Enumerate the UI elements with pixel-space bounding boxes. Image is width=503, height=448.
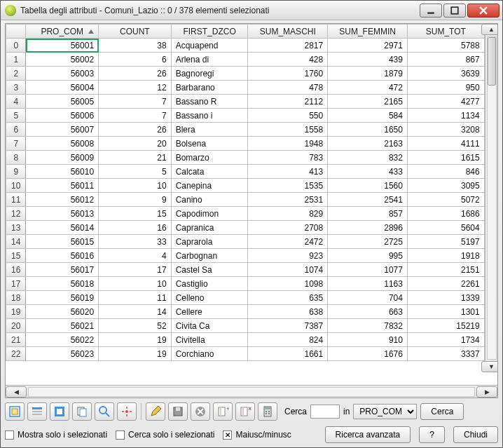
cell-sum-tot[interactable]: 1301: [407, 305, 484, 319]
cell-sum-tot[interactable]: 4277: [407, 95, 484, 109]
row-header[interactable]: 16: [6, 263, 26, 277]
table-row[interactable]: 25600326Bagnoregi176018793639: [6, 67, 497, 81]
cell-count[interactable]: 38: [99, 39, 172, 53]
row-header[interactable]: 7: [6, 137, 26, 151]
cell-pro-com[interactable]: 56001: [26, 39, 99, 53]
table-row[interactable]: 85600921Bomarzo7838321615: [6, 151, 497, 165]
cell-sum-tot[interactable]: 2151: [407, 263, 484, 277]
cell-sum-femmin[interactable]: 2725: [328, 235, 408, 249]
search-button[interactable]: Cerca: [420, 403, 464, 420]
cell-sum-tot[interactable]: 846: [407, 165, 484, 179]
cell-sum-maschi[interactable]: 1948: [248, 137, 328, 151]
cell-sum-maschi[interactable]: 635: [248, 291, 328, 305]
cell-first-dzco[interactable]: Castel Sa: [171, 263, 248, 277]
table-row[interactable]: 215602219Civitella8249101734: [6, 333, 497, 347]
cell-sum-maschi[interactable]: 824: [248, 333, 328, 347]
row-header[interactable]: 3: [6, 81, 26, 95]
toggle-edit-button[interactable]: [146, 402, 165, 421]
row-header[interactable]: 20: [6, 319, 26, 333]
col-header-pro-com[interactable]: PRO_COM: [26, 25, 99, 39]
cell-sum-femmin[interactable]: 832: [328, 151, 408, 165]
row-header[interactable]: 2: [6, 67, 26, 81]
cell-count[interactable]: 15: [99, 207, 172, 221]
case-sensitive-checkbox[interactable]: ✕ Maiusc/minusc: [223, 430, 291, 440]
table-row[interactable]: 185601911Celleno6357041339: [6, 291, 497, 305]
close-button[interactable]: Chiudi: [453, 426, 498, 443]
cell-count[interactable]: 26: [99, 123, 172, 137]
cell-first-dzco[interactable]: Calcata: [171, 165, 248, 179]
cell-pro-com[interactable]: 56018: [26, 277, 99, 291]
row-header[interactable]: 6: [6, 123, 26, 137]
cell-sum-maschi[interactable]: 2708: [248, 221, 328, 235]
cell-first-dzco[interactable]: Blera: [171, 123, 248, 137]
cell-sum-tot[interactable]: 1734: [407, 333, 484, 347]
table-row[interactable]: 5560067Bassano i5505841134: [6, 109, 497, 123]
cell-sum-femmin[interactable]: 472: [328, 81, 408, 95]
delete-column-button[interactable]: ×: [235, 402, 255, 421]
table-row[interactable]: 15560164Carbognan9239951918: [6, 249, 497, 263]
cell-pro-com[interactable]: 56008: [26, 137, 99, 151]
cell-sum-femmin[interactable]: 433: [328, 165, 408, 179]
cell-sum-tot[interactable]: 1686: [407, 207, 484, 221]
cell-sum-maschi[interactable]: 2531: [248, 193, 328, 207]
cell-sum-maschi[interactable]: 923: [248, 249, 328, 263]
cell-count[interactable]: 19: [99, 333, 172, 347]
table-row[interactable]: 105601110Canepina153515603095: [6, 179, 497, 193]
cell-first-dzco[interactable]: Carbognan: [171, 249, 248, 263]
cell-sum-tot[interactable]: 3208: [407, 123, 484, 137]
cell-sum-maschi[interactable]: 829: [248, 207, 328, 221]
cell-first-dzco[interactable]: Cellere: [171, 305, 248, 319]
cell-sum-maschi[interactable]: 1535: [248, 179, 328, 193]
cell-first-dzco[interactable]: Barbarano: [171, 81, 248, 95]
cell-count[interactable]: 17: [99, 263, 172, 277]
pan-selected-button[interactable]: [117, 402, 137, 421]
minimize-button[interactable]: [420, 4, 442, 18]
cell-pro-com[interactable]: 56011: [26, 179, 99, 193]
cell-count[interactable]: 12: [99, 81, 172, 95]
cell-count[interactable]: 20: [99, 137, 172, 151]
cell-sum-femmin[interactable]: 1879: [328, 67, 408, 81]
cell-sum-maschi[interactable]: 428: [248, 53, 328, 67]
scroll-left-button[interactable]: ◀: [6, 386, 27, 398]
search-field-select[interactable]: PRO_COM: [353, 404, 417, 419]
table-row[interactable]: 11560129Canino253125415072: [6, 193, 497, 207]
cell-count[interactable]: 4: [99, 249, 172, 263]
cell-first-dzco[interactable]: Civitella: [171, 333, 248, 347]
cell-first-dzco[interactable]: Castiglio: [171, 277, 248, 291]
cell-sum-femmin[interactable]: 704: [328, 291, 408, 305]
table-row[interactable]: 135601416Capranica270828965604: [6, 221, 497, 235]
cell-sum-femmin[interactable]: 2165: [328, 95, 408, 109]
col-header-sum-femmin[interactable]: SUM_FEMMIN: [328, 25, 408, 39]
vscroll-thumb[interactable]: [488, 37, 496, 86]
cell-first-dzco[interactable]: Caprarola: [171, 235, 248, 249]
cell-sum-tot[interactable]: 3639: [407, 67, 484, 81]
cell-sum-tot[interactable]: 5072: [407, 193, 484, 207]
row-header[interactable]: 15: [6, 249, 26, 263]
cell-count[interactable]: 33: [99, 235, 172, 249]
cell-pro-com[interactable]: 56021: [26, 319, 99, 333]
cell-sum-femmin[interactable]: 584: [328, 109, 408, 123]
cell-count[interactable]: 7: [99, 95, 172, 109]
cell-sum-femmin[interactable]: 2541: [328, 193, 408, 207]
maximize-button[interactable]: [443, 4, 466, 18]
close-window-button[interactable]: [467, 4, 499, 18]
cell-first-dzco[interactable]: Celleno: [171, 291, 248, 305]
table-row[interactable]: 165601717Castel Sa107410772151: [6, 263, 497, 277]
cell-sum-femmin[interactable]: 439: [328, 53, 408, 67]
cell-sum-maschi[interactable]: 478: [248, 81, 328, 95]
cell-sum-femmin[interactable]: 2163: [328, 137, 408, 151]
cell-sum-maschi[interactable]: 2472: [248, 235, 328, 249]
cell-count[interactable]: 21: [99, 151, 172, 165]
cell-first-dzco[interactable]: Bagnoregi: [171, 67, 248, 81]
row-header[interactable]: 9: [6, 165, 26, 179]
row-header[interactable]: 10: [6, 179, 26, 193]
cell-pro-com[interactable]: 56005: [26, 95, 99, 109]
cell-sum-femmin[interactable]: 1650: [328, 123, 408, 137]
table-row[interactable]: 225602319Corchiano166116763337: [6, 347, 497, 361]
copy-rows-button[interactable]: [72, 402, 92, 421]
invert-selection-button[interactable]: [50, 402, 69, 421]
cell-pro-com[interactable]: 56003: [26, 67, 99, 81]
cell-count[interactable]: 14: [99, 305, 172, 319]
row-header[interactable]: 18: [6, 291, 26, 305]
cell-pro-com[interactable]: 56007: [26, 123, 99, 137]
